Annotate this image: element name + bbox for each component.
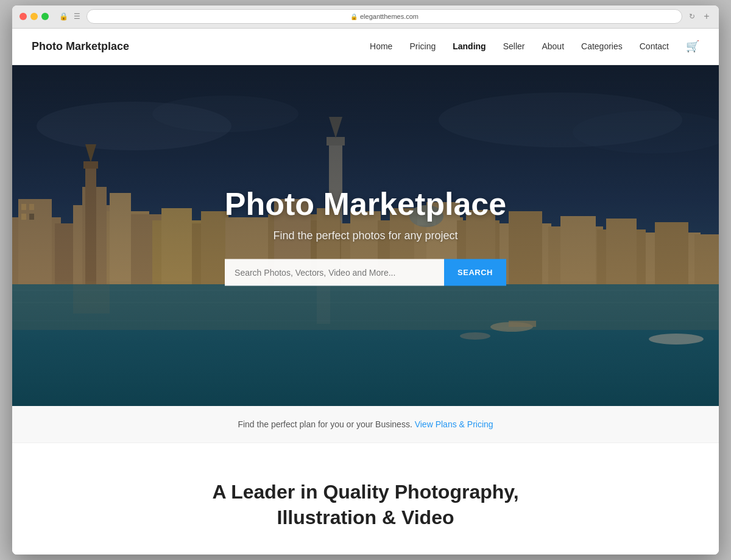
- traffic-lights: [19, 13, 49, 20]
- features-title: A Leader in Quality Photography, Illustr…: [32, 480, 699, 530]
- nav-item-cart[interactable]: 🛒: [686, 40, 699, 53]
- close-button[interactable]: [19, 13, 27, 20]
- hero-content: Photo Marketplace Find the perfect photo…: [12, 185, 719, 285]
- cart-icon[interactable]: 🛒: [686, 40, 699, 52]
- lock-icon: 🔒: [58, 12, 68, 21]
- nav-link-pricing[interactable]: Pricing: [409, 41, 436, 51]
- ssl-icon: 🔒: [350, 13, 358, 20]
- nav-link-about[interactable]: About: [542, 41, 564, 51]
- address-bar[interactable]: 🔒 elegantthemes.com: [87, 9, 682, 24]
- nav-links: Home Pricing Landing Seller About Catego…: [370, 40, 699, 53]
- features-section: A Leader in Quality Photography, Illustr…: [12, 443, 719, 555]
- minimize-button[interactable]: [30, 13, 38, 20]
- refresh-icon[interactable]: ↻: [687, 12, 697, 21]
- nav-item-categories[interactable]: Categories: [581, 41, 623, 52]
- nav-link-home[interactable]: Home: [370, 41, 392, 51]
- nav-item-pricing[interactable]: Pricing: [409, 41, 436, 52]
- browser-window: 🔒 ☰ 🔒 elegantthemes.com ↻ + Photo Market…: [12, 5, 719, 555]
- nav-item-home[interactable]: Home: [370, 41, 392, 52]
- pricing-link[interactable]: View Plans & Pricing: [415, 419, 493, 429]
- nav-item-about[interactable]: About: [542, 41, 564, 52]
- nav-link-seller[interactable]: Seller: [503, 41, 525, 51]
- site-content: Photo Marketplace Home Pricing Landing S…: [12, 29, 719, 555]
- navbar: Photo Marketplace Home Pricing Landing S…: [12, 29, 719, 65]
- nav-link-landing[interactable]: Landing: [453, 41, 486, 51]
- pricing-banner: Find the perfect plan for you or your Bu…: [12, 406, 719, 443]
- nav-item-seller[interactable]: Seller: [503, 41, 525, 52]
- search-bar: SEARCH: [12, 259, 719, 285]
- new-tab-icon[interactable]: +: [702, 12, 712, 21]
- nav-link-contact[interactable]: Contact: [640, 41, 669, 51]
- hero-section: Photo Marketplace Find the perfect photo…: [12, 65, 719, 406]
- url-text: elegantthemes.com: [360, 13, 418, 20]
- browser-titlebar: 🔒 ☰ 🔒 elegantthemes.com ↻ +: [12, 5, 719, 29]
- nav-link-categories[interactable]: Categories: [581, 41, 623, 51]
- hero-subtitle: Find the perfect photos for any project: [12, 229, 719, 242]
- menu-icon: ☰: [72, 12, 82, 21]
- search-button[interactable]: SEARCH: [444, 259, 506, 285]
- hero-title: Photo Marketplace: [12, 185, 719, 222]
- browser-nav-icons: 🔒 ☰: [58, 12, 82, 21]
- site-brand: Photo Marketplace: [32, 40, 129, 53]
- nav-item-landing[interactable]: Landing: [453, 41, 486, 52]
- pricing-banner-text: Find the perfect plan for you or your Bu…: [238, 419, 412, 429]
- maximize-button[interactable]: [41, 13, 49, 20]
- nav-item-contact[interactable]: Contact: [640, 41, 669, 52]
- search-input[interactable]: [225, 259, 444, 285]
